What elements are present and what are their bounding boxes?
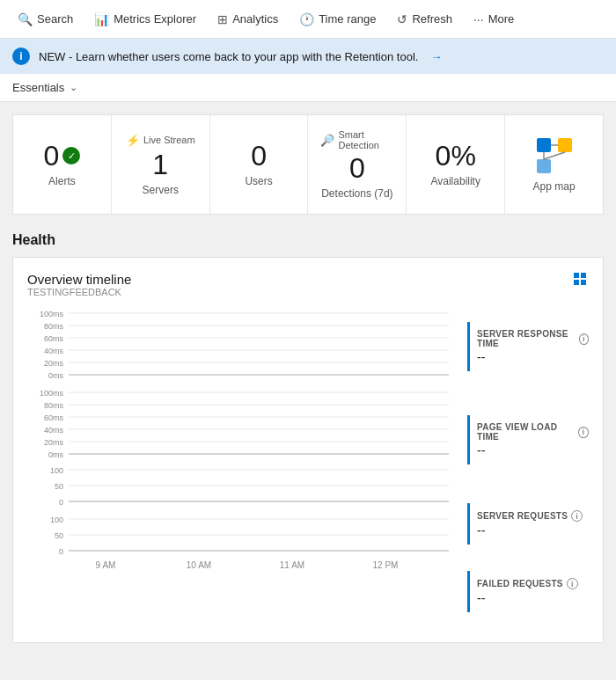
magnify-icon: 🔎 (320, 134, 334, 147)
svg-text:100: 100 (50, 515, 63, 524)
refresh-button[interactable]: ↺ Refresh (386, 5, 463, 33)
svg-rect-8 (574, 280, 579, 285)
availability-value: 0% (436, 142, 476, 170)
analytics-label: Analytics (232, 12, 278, 26)
server-response-label: SERVER RESPONSE TIME i (477, 329, 589, 348)
availability-card[interactable]: 0% Availability (407, 115, 505, 214)
server-requests-info-icon[interactable]: i (571, 510, 583, 522)
chart-right: SERVER RESPONSE TIME i -- PAGE VIEW LOAD… (457, 304, 589, 628)
app-map-icon (535, 136, 574, 175)
servers-label: Servers (143, 184, 179, 196)
failed-requests-label: FAILED REQUESTS i (477, 578, 589, 589)
page-view-info-icon[interactable]: i (578, 427, 589, 438)
refresh-label: Refresh (412, 12, 452, 26)
svg-rect-0 (537, 138, 551, 152)
svg-rect-6 (574, 273, 579, 278)
health-title: Health (12, 232, 604, 248)
chevron-down-icon[interactable]: ⌄ (70, 82, 77, 93)
essentials-bar: Essentials ⌄ (0, 74, 616, 102)
detections-label: Detections (7d) (321, 187, 392, 200)
chart-left: 100ms 80ms 60ms 40ms 20ms 0ms 100ms (27, 304, 457, 628)
alerts-card[interactable]: 0 ✓ Alerts (13, 115, 112, 214)
svg-text:12 PM: 12 PM (373, 560, 399, 570)
metrics-label: Metrics Explorer (114, 12, 196, 26)
search-button[interactable]: 🔍 Search (7, 5, 84, 33)
svg-rect-7 (581, 273, 586, 278)
svg-text:100ms: 100ms (40, 310, 64, 318)
svg-text:40ms: 40ms (44, 347, 64, 355)
svg-text:100: 100 (50, 466, 63, 475)
failed-requests-info-icon[interactable]: i (567, 578, 578, 589)
more-button[interactable]: ··· More (463, 5, 524, 33)
server-response-info-icon[interactable]: i (579, 333, 589, 345)
svg-rect-9 (581, 280, 586, 285)
banner-link[interactable]: → (430, 50, 442, 63)
svg-text:80ms: 80ms (44, 322, 64, 331)
sparkline-icon: ⚡ (126, 134, 140, 147)
svg-text:60ms: 60ms (44, 334, 64, 343)
servers-value: 1 (152, 150, 168, 179)
svg-text:11 AM: 11 AM (280, 560, 304, 570)
svg-text:0: 0 (59, 547, 63, 556)
live-stream-label: ⚡ Live Stream (126, 134, 195, 147)
detections-card[interactable]: 🔎 Smart Detection 0 Detections (7d) (308, 115, 407, 214)
metrics-icon: 📊 (94, 12, 109, 26)
app-map-label: App map (533, 180, 576, 193)
metrics-explorer-button[interactable]: 📊 Metrics Explorer (84, 5, 207, 33)
time-range-label: Time range (319, 12, 376, 26)
svg-text:0: 0 (59, 498, 63, 507)
banner-text: NEW - Learn whether users come back to y… (39, 50, 418, 63)
svg-text:60ms: 60ms (44, 413, 64, 422)
search-label: Search (37, 12, 73, 26)
smart-detection-label: 🔎 Smart Detection (320, 129, 393, 150)
svg-rect-2 (537, 159, 551, 173)
timeline-title: Overview timeline (27, 272, 131, 287)
failed-requests-value: -- (477, 591, 589, 605)
app-map-card[interactable]: App map (505, 115, 603, 214)
svg-text:80ms: 80ms (44, 401, 64, 410)
detections-value: 0 (349, 154, 365, 182)
svg-text:10 AM: 10 AM (187, 560, 211, 570)
essentials-label: Essentials (12, 81, 64, 94)
toolbar: 🔍 Search 📊 Metrics Explorer ⊞ Analytics … (0, 0, 616, 39)
info-icon: i (12, 48, 30, 65)
server-response-metric: SERVER RESPONSE TIME i -- (467, 322, 589, 371)
servers-card[interactable]: ⚡ Live Stream 1 Servers (112, 115, 210, 214)
grid-view-icon[interactable] (573, 272, 589, 291)
svg-text:40ms: 40ms (44, 426, 64, 435)
svg-text:20ms: 20ms (44, 359, 64, 368)
page-view-value: -- (477, 443, 589, 457)
more-label: More (488, 12, 515, 26)
server-requests-value: -- (477, 523, 589, 537)
green-check-icon: ✓ (62, 147, 80, 165)
time-range-button[interactable]: 🕐 Time range (289, 5, 386, 33)
timeline-title-block: Overview timeline TESTINGFEEDBACK (27, 272, 131, 297)
clock-icon: 🕐 (299, 12, 314, 26)
svg-rect-1 (558, 138, 572, 152)
alerts-value: 0 ✓ (44, 142, 81, 170)
failed-requests-metric: FAILED REQUESTS i -- (467, 571, 589, 612)
analytics-icon: ⊞ (217, 12, 228, 26)
chart-svg: 100ms 80ms 60ms 40ms 20ms 0ms 100ms (27, 304, 457, 603)
svg-text:0ms: 0ms (48, 371, 64, 380)
page-view-metric: PAGE VIEW LOAD TIME i -- (467, 415, 589, 464)
users-label: Users (245, 175, 272, 187)
svg-text:50: 50 (55, 531, 63, 540)
svg-text:0ms: 0ms (48, 450, 64, 459)
svg-text:9 AM: 9 AM (96, 560, 116, 570)
server-response-value: -- (477, 350, 589, 364)
more-icon: ··· (473, 12, 484, 26)
refresh-icon: ↺ (397, 12, 407, 26)
timeline-subtitle: TESTINGFEEDBACK (27, 287, 131, 297)
analytics-button[interactable]: ⊞ Analytics (207, 5, 289, 33)
users-card[interactable]: 0 Users (210, 115, 309, 214)
alerts-label: Alerts (48, 175, 76, 187)
search-icon: 🔍 (18, 12, 33, 26)
page-view-label: PAGE VIEW LOAD TIME i (477, 422, 589, 442)
svg-text:50: 50 (55, 482, 63, 491)
info-banner: i NEW - Learn whether users come back to… (0, 39, 616, 74)
main-content: 0 ✓ Alerts ⚡ Live Stream 1 Servers 0 Use… (0, 102, 616, 655)
chart-container: 100ms 80ms 60ms 40ms 20ms 0ms 100ms (27, 304, 589, 628)
timeline-header: Overview timeline TESTINGFEEDBACK (27, 272, 589, 297)
svg-text:100ms: 100ms (40, 389, 64, 398)
